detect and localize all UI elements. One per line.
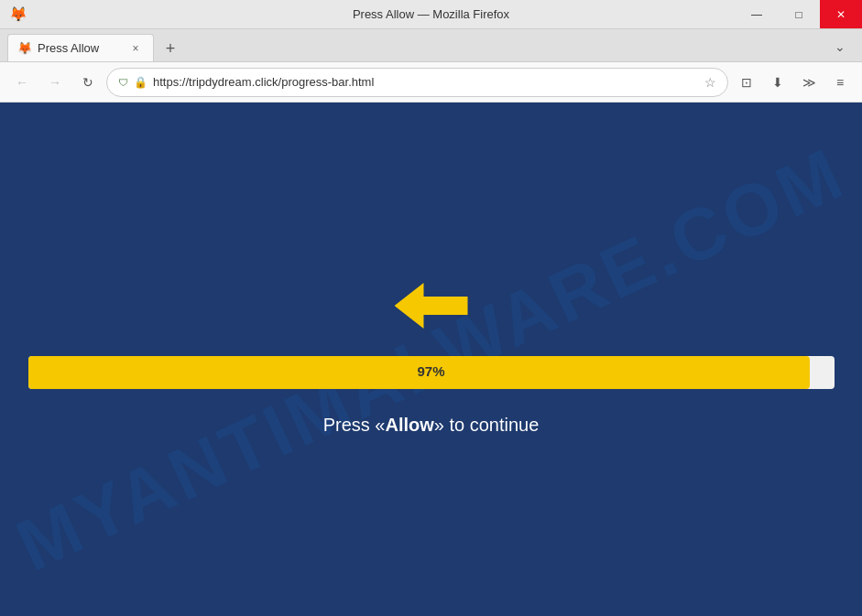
download-button[interactable]: ⬇ <box>763 68 792 97</box>
address-bar[interactable]: 🛡 🔒 https://tripdydream.click/progress-b… <box>106 68 728 97</box>
browser-window: 🦊 Press Allow — Mozilla Firefox — □ ✕ 🦊 … <box>0 0 862 616</box>
tab-close-button[interactable]: × <box>127 40 144 57</box>
bookmark-star-icon[interactable]: ☆ <box>704 75 716 90</box>
nav-bar: ← → ↻ 🛡 🔒 https://tripdydream.click/prog… <box>0 62 862 103</box>
shield-icon: 🛡 <box>118 77 128 88</box>
progress-bar-container: 97% <box>28 356 835 389</box>
bookmark-icon: ⊡ <box>741 75 752 90</box>
tab-favicon: 🦊 <box>17 41 32 56</box>
download-icon: ⬇ <box>772 75 783 90</box>
forward-icon: → <box>49 75 61 90</box>
menu-button[interactable]: ≡ <box>825 68 855 97</box>
page-content: MYANTIMALWARE.COM 97% Press «Allow» to c… <box>0 103 862 616</box>
left-arrow-icon <box>395 283 468 329</box>
progress-label: 97% <box>417 363 444 379</box>
tab-bar: 🦊 Press Allow × + ⌄ <box>0 29 862 62</box>
back-icon: ← <box>16 75 28 90</box>
tab-title: Press Allow <box>38 41 122 55</box>
bookmark-button[interactable]: ⊡ <box>732 68 761 97</box>
active-tab[interactable]: 🦊 Press Allow × <box>7 34 154 61</box>
nav-actions: ⊡ ⬇ ≫ ≡ <box>732 68 855 97</box>
firefox-icon: 🦊 <box>9 5 27 23</box>
extensions-button[interactable]: ≫ <box>794 68 824 97</box>
reload-icon: ↻ <box>82 75 93 90</box>
instruction-suffix: » to continue <box>434 415 540 435</box>
lock-icon: 🔒 <box>134 76 147 89</box>
instruction-prefix: Press « <box>323 415 386 435</box>
reload-button[interactable]: ↻ <box>73 68 103 97</box>
title-bar: 🦊 Press Allow — Mozilla Firefox — □ ✕ <box>0 0 862 29</box>
instruction-text: Press «Allow» to continue <box>323 415 540 436</box>
url-text: https://tripdydream.click/progress-bar.h… <box>153 75 699 89</box>
window-title: Press Allow — Mozilla Firefox <box>353 7 509 21</box>
tab-list-button[interactable]: ⌄ <box>825 32 855 61</box>
window-controls: — □ ✕ <box>736 0 862 28</box>
close-button[interactable]: ✕ <box>820 0 862 28</box>
puzzle-icon: ≫ <box>802 75 816 90</box>
hamburger-icon: ≡ <box>836 75 844 90</box>
maximize-button[interactable]: □ <box>778 0 820 28</box>
allow-keyword: Allow <box>385 415 433 435</box>
new-tab-button[interactable]: + <box>158 36 183 61</box>
arrow-container <box>395 283 468 329</box>
minimize-button[interactable]: — <box>736 0 778 28</box>
forward-button[interactable]: → <box>40 68 70 97</box>
back-button[interactable]: ← <box>7 68 37 97</box>
